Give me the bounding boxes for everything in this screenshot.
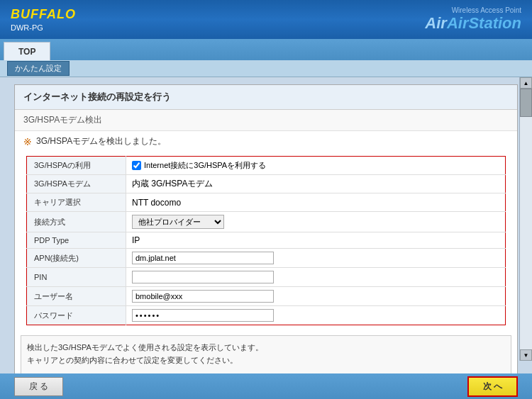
field-label: キャリア選択 — [27, 193, 126, 212]
main-area: インターネット接続の再設定を行う 3G/HSPAモデム検出 ※ 3G/HSPAモ… — [0, 77, 532, 373]
table-row: PDP Type IP — [27, 232, 506, 249]
field-label: ユーザー名 — [27, 287, 126, 306]
scroll-track[interactable] — [520, 89, 532, 349]
field-value — [126, 306, 506, 325]
scroll-down-button[interactable]: ▼ — [520, 349, 532, 361]
scroll-thumb[interactable] — [520, 89, 532, 117]
navbar: TOP — [0, 39, 532, 60]
buffalo-brand: BUFFALO — [11, 7, 76, 22]
field-value — [126, 268, 506, 287]
table-row: ユーザー名 — [27, 287, 506, 306]
airstation-logo: Wireless Access Point AirAirStation — [425, 6, 521, 33]
field-value: 他社プロバイダー mopera U その他 — [126, 212, 506, 232]
field-label: 接続方式 — [27, 212, 126, 232]
table-row: PIN — [27, 268, 506, 287]
field-value: 内蔵 3G/HSPAモデム — [126, 175, 506, 193]
scrollbar[interactable]: ▲ ▼ — [519, 77, 532, 361]
table-row: パスワード — [27, 306, 506, 325]
field-value — [126, 287, 506, 306]
content-panel: インターネット接続の再設定を行う 3G/HSPAモデム検出 ※ 3G/HSPAモ… — [14, 84, 518, 373]
wireless-ap-label: Wireless Access Point — [425, 6, 521, 14]
field-label: APN(接続先) — [27, 249, 126, 268]
panel-title: インターネット接続の再設定を行う — [15, 85, 517, 110]
field-value: NTT docomo — [126, 193, 506, 212]
top-tab[interactable]: TOP — [4, 42, 50, 60]
field-label: 3G/HSPAモデム — [27, 175, 126, 193]
bottom-bar: 戻 る 次 へ — [0, 373, 532, 399]
kantan-setup-link[interactable]: かんたん設定 — [7, 61, 70, 76]
connection-type-select[interactable]: 他社プロバイダー mopera U その他 — [132, 215, 224, 229]
pin-input[interactable] — [132, 271, 274, 283]
field-label: パスワード — [27, 306, 126, 325]
star-icon: ※ — [23, 136, 32, 147]
table-row: 3G/HSPAの利用 Internet接続に3G/HSPAを利用する — [27, 157, 506, 175]
header: BUFFALO DWR-PG Wireless Access Point Air… — [0, 0, 532, 39]
table-row: 接続方式 他社プロバイダー mopera U その他 — [27, 212, 506, 232]
use-3ghspa-checkbox[interactable] — [132, 161, 141, 170]
airstation-brand: AirAirStation — [425, 14, 521, 32]
table-row: APN(接続先) — [27, 249, 506, 268]
table-row: キャリア選択 NTT docomo — [27, 193, 506, 212]
subnav: かんたん設定 — [0, 60, 532, 77]
model-name: DWR-PG — [11, 23, 76, 32]
password-input[interactable] — [132, 309, 274, 322]
buffalo-logo: BUFFALO DWR-PG — [11, 7, 76, 32]
field-label: PIN — [27, 268, 126, 287]
username-input[interactable] — [132, 290, 274, 303]
scroll-up-button[interactable]: ▲ — [520, 77, 532, 89]
form-wrapper: 3G/HSPAの利用 Internet接続に3G/HSPAを利用する 3G/HS… — [15, 152, 517, 330]
field-value: IP — [126, 232, 506, 249]
field-label: 3G/HSPAの利用 — [27, 157, 126, 175]
apn-input[interactable] — [132, 252, 274, 264]
field-label: PDP Type — [27, 232, 126, 249]
field-value — [126, 249, 506, 268]
checkbox-label: Internet接続に3G/HSPAを利用する — [132, 160, 499, 171]
detected-message: ※ 3G/HSPAモデムを検出しました。 — [15, 131, 517, 152]
table-row: 3G/HSPAモデム 内蔵 3G/HSPAモデム — [27, 175, 506, 193]
next-button[interactable]: 次 へ — [467, 376, 518, 397]
field-value: Internet接続に3G/HSPAを利用する — [126, 157, 506, 175]
panel-subtitle: 3G/HSPAモデム検出 — [15, 110, 517, 131]
back-button[interactable]: 戻 る — [14, 377, 63, 396]
settings-table: 3G/HSPAの利用 Internet接続に3G/HSPAを利用する 3G/HS… — [26, 156, 506, 325]
info-box: 検出した3G/HSPAモデムでよく使用される設定を表示しています。キャリアとの契… — [21, 335, 511, 373]
